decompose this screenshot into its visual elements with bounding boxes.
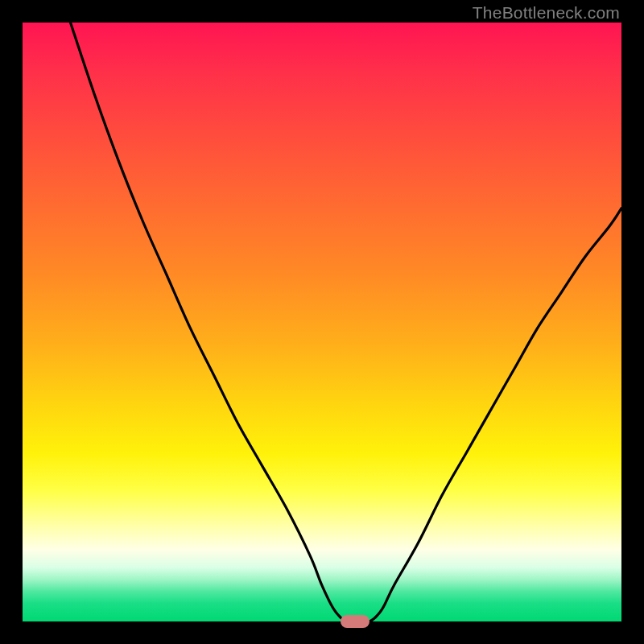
chart-background-gradient [23, 23, 621, 621]
chart-frame: TheBottleneck.com [0, 0, 644, 644]
watermark-text: TheBottleneck.com [473, 3, 620, 23]
